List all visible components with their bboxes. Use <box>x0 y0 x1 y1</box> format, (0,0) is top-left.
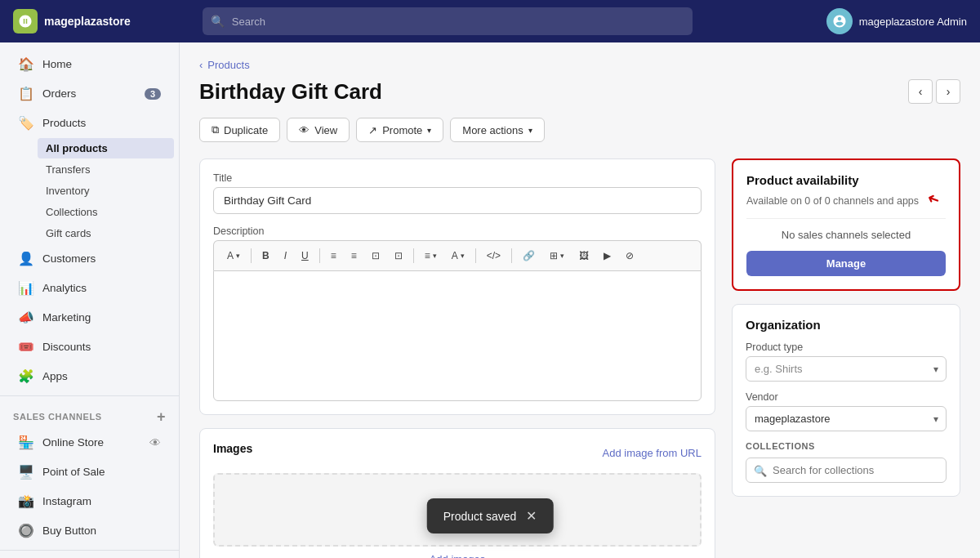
logo-icon <box>13 9 38 33</box>
title-description-card: Title Description A ▾ B I U ≡ ≡ ⊡ <box>199 158 715 415</box>
view-button[interactable]: 👁 View <box>287 118 350 142</box>
images-header: Images Add image from URL <box>213 442 702 463</box>
sidebar-item-discounts[interactable]: 🎟️ Discounts <box>5 333 174 361</box>
more-actions-caret: ▾ <box>528 126 532 135</box>
indent-btn[interactable]: ⊡ <box>365 246 386 266</box>
prev-button[interactable]: ‹ <box>908 79 933 104</box>
instagram-icon: 📸 <box>18 493 34 509</box>
emoji-btn[interactable]: ⊘ <box>619 246 640 266</box>
product-type-select[interactable]: e.g. Shirts <box>746 356 947 382</box>
availability-title: Product availability <box>746 173 946 187</box>
sidebar-item-instagram[interactable]: 📸 Instagram <box>5 487 174 516</box>
add-sales-channel-button[interactable]: + <box>157 409 166 424</box>
outdent-btn[interactable]: ⊡ <box>388 246 409 266</box>
search-input[interactable] <box>203 7 693 35</box>
sidebar-item-inventory[interactable]: Inventory <box>38 181 174 201</box>
sidebar-item-all-products[interactable]: All products <box>38 138 174 158</box>
promote-button[interactable]: ↗ Promote ▾ <box>356 118 443 142</box>
main-content: ‹ Products Birthday Gift Card ‹ › ⧉ Dupl… <box>180 42 980 558</box>
store-name: mageplazastore <box>44 15 131 28</box>
col-side: Product availability Available on 0 of 0… <box>732 158 960 497</box>
sidebar-label-home: Home <box>42 58 72 70</box>
sidebar-item-analytics[interactable]: 📊 Analytics <box>5 274 174 302</box>
product-type-label: Product type <box>746 341 947 353</box>
title-input[interactable] <box>213 187 702 214</box>
toolbar-divider-5 <box>511 248 512 263</box>
avatar[interactable] <box>826 8 853 34</box>
duplicate-button[interactable]: ⧉ Duplicate <box>199 118 280 142</box>
next-button[interactable]: › <box>936 79 960 104</box>
sidebar-item-products[interactable]: 🏷️ Products <box>5 109 174 137</box>
collections-search-input[interactable] <box>746 458 947 483</box>
italic-btn[interactable]: I <box>278 246 293 266</box>
align-btn[interactable]: ≡ ▾ <box>418 246 443 266</box>
toast-close-button[interactable]: ✕ <box>526 508 537 524</box>
sidebar-label-online-store: Online Store <box>42 436 104 449</box>
sidebar-item-home[interactable]: 🏠 Home <box>5 50 174 78</box>
image-btn[interactable]: 🖼 <box>572 246 595 266</box>
promote-caret: ▾ <box>427 126 431 135</box>
sidebar-item-point-of-sale[interactable]: 🖥️ Point of Sale <box>5 458 174 486</box>
collections-search-wrap: 🔍 <box>746 458 947 483</box>
sidebar-label-products: Products <box>42 117 86 129</box>
description-editor[interactable] <box>213 270 702 401</box>
sidebar-item-transfers[interactable]: Transfers <box>38 159 174 180</box>
title-label: Title <box>213 172 702 184</box>
search-bar: 🔍 <box>203 7 693 35</box>
vendor-wrap: mageplazastore ▾ <box>746 406 947 431</box>
page-header: Birthday Gift Card ‹ › <box>199 79 960 105</box>
availability-subtitle: Available on 0 of 0 channels and apps ➜ <box>746 190 946 208</box>
text-color-btn[interactable]: A ▾ <box>445 246 471 266</box>
marketing-icon: 📣 <box>18 310 34 325</box>
content-columns: Title Description A ▾ B I U ≡ ≡ ⊡ <box>199 158 960 558</box>
link-btn[interactable]: 🔗 <box>516 246 541 266</box>
page-nav-arrows: ‹ › <box>908 79 960 104</box>
promote-icon: ↗ <box>368 124 377 136</box>
orders-icon: 📋 <box>18 86 34 101</box>
manage-button[interactable]: Manage <box>746 251 946 276</box>
customers-icon: 👤 <box>18 251 34 266</box>
table-btn[interactable]: ⊞ ▾ <box>543 246 571 266</box>
online-store-icon: 🏪 <box>18 435 34 450</box>
sidebar-item-marketing[interactable]: 📣 Marketing <box>5 303 174 332</box>
unordered-list-btn[interactable]: ≡ <box>324 246 343 266</box>
duplicate-icon: ⧉ <box>212 123 219 136</box>
logo[interactable]: mageplazastore <box>13 9 131 33</box>
no-channels-message: No sales channels selected <box>746 229 946 241</box>
toast-message: Product saved <box>443 510 517 523</box>
sidebar-item-online-store[interactable]: 🏪 Online Store 👁 <box>5 428 174 457</box>
toolbar-divider-2 <box>319 248 320 263</box>
sidebar-item-buy-button[interactable]: 🔘 Buy Button <box>5 516 174 545</box>
underline-btn[interactable]: U <box>295 246 315 266</box>
source-code-btn[interactable]: </> <box>480 246 507 266</box>
online-store-visibility-icon: 👁 <box>149 436 161 449</box>
sidebar-item-gift-cards[interactable]: Gift cards <box>38 223 174 243</box>
red-arrow-icon: ➜ <box>924 189 942 210</box>
sidebar-item-apps[interactable]: 🧩 Apps <box>5 362 174 391</box>
bold-btn[interactable]: B <box>256 246 276 266</box>
sidebar-label-pos: Point of Sale <box>42 466 105 478</box>
vendor-select[interactable]: mageplazastore <box>746 406 947 431</box>
sidebar-label-analytics: Analytics <box>42 282 87 294</box>
sidebar-item-collections[interactable]: Collections <box>38 202 174 222</box>
format-text-btn[interactable]: A ▾ <box>220 246 247 266</box>
ordered-list-btn[interactable]: ≡ <box>345 246 363 266</box>
editor-toolbar: A ▾ B I U ≡ ≡ ⊡ ⊡ ≡ ▾ A ▾ </ <box>213 240 702 270</box>
sidebar-label-buy-button: Buy Button <box>42 525 96 537</box>
sidebar-item-customers[interactable]: 👤 Customers <box>5 244 174 273</box>
more-actions-button[interactable]: More actions ▾ <box>450 118 544 142</box>
images-card: Images Add image from URL 🖼 Add images <box>199 428 715 558</box>
sidebar-label-orders: Orders <box>42 87 76 100</box>
main-layout: 🏠 Home 📋 Orders 3 🏷️ Products All produc… <box>0 42 980 558</box>
orders-badge: 3 <box>145 88 161 100</box>
sidebar-label-apps: Apps <box>42 370 68 382</box>
sidebar-item-orders[interactable]: 📋 Orders 3 <box>5 79 174 108</box>
add-image-url-link[interactable]: Add image from URL <box>603 447 702 459</box>
sidebar-label-instagram: Instagram <box>42 495 91 507</box>
toolbar-divider-3 <box>413 248 414 263</box>
add-images-link[interactable]: Add images <box>213 553 702 558</box>
action-bar: ⧉ Duplicate 👁 View ↗ Promote ▾ More acti… <box>199 118 960 142</box>
video-btn[interactable]: ▶ <box>597 246 617 266</box>
page-title: Birthday Gift Card <box>199 79 382 105</box>
breadcrumb-products-link[interactable]: Products <box>207 59 249 71</box>
